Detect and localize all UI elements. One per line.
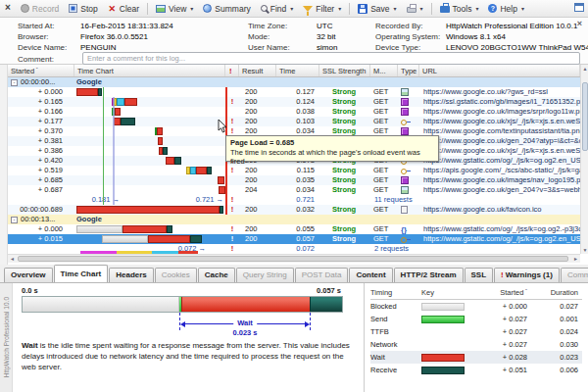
stop-button[interactable]: Stop xyxy=(64,3,103,15)
tab-warnings-1-[interactable]: !Warnings (1) xyxy=(494,268,560,282)
column-header--[interactable]: ! xyxy=(225,65,239,76)
timing-header-row: TimingKeyStarted ˆDuration xyxy=(370,286,582,300)
request-row[interactable]: + 0.165!2000.124StrongGEThttps://ssl.gst… xyxy=(8,97,580,107)
bar-segment-red xyxy=(219,186,225,194)
close-icon[interactable]: × xyxy=(4,2,16,15)
window-button[interactable] xyxy=(574,3,584,14)
field-value: 32 bit xyxy=(317,32,336,41)
tab-content[interactable]: Content xyxy=(349,268,392,282)
save-button[interactable]: Save▾ xyxy=(353,3,401,15)
timing-row-send[interactable]: Send+ 0.0270.001 xyxy=(370,313,582,325)
tab-label: Cache xyxy=(205,270,228,279)
summary-chart: 0.072 → xyxy=(74,244,225,254)
request-row[interactable]: + 0.1662000.038StrongGEThttps://www.goog… xyxy=(8,107,580,117)
comment-input[interactable] xyxy=(82,52,580,65)
vertical-scroll-thumb[interactable] xyxy=(582,82,588,151)
time-cell: 0.055 xyxy=(276,224,319,234)
timing-duration: 0.001 xyxy=(531,315,582,323)
column-header-time-chart[interactable]: Time Chart xyxy=(74,65,225,76)
type-cell xyxy=(398,166,419,175)
ssl-cell: Strong xyxy=(319,175,370,185)
scroll-up-icon[interactable]: ▲ xyxy=(581,66,588,72)
scroll-left-icon[interactable]: ◄ xyxy=(10,256,15,262)
dropdown-arrow-icon: ▾ xyxy=(190,5,193,12)
clear-button[interactable]: ✕Clear xyxy=(103,3,144,15)
page-summary-row[interactable]: 0.181 →0.721 →!0.72111 requests xyxy=(8,195,580,205)
timing-row-blocked[interactable]: Blocked+ 0.0000.027 xyxy=(370,300,582,313)
tab-post-data[interactable]: POST Data xyxy=(295,268,349,282)
tab-ssl[interactable]: SSL xyxy=(465,268,494,282)
tab-overview[interactable]: Overview xyxy=(4,268,53,282)
timing-header-key[interactable]: Key xyxy=(421,288,478,297)
record-icon xyxy=(21,4,29,13)
doc-icon xyxy=(401,206,408,214)
method-cell: GET xyxy=(370,166,398,175)
tab-cache[interactable]: Cache xyxy=(198,268,235,282)
find-button[interactable]: Find▾ xyxy=(256,3,299,15)
toolbar-label: Tools xyxy=(453,4,472,14)
filter-button[interactable]: Filter▾ xyxy=(298,3,346,15)
time-chart-cell xyxy=(74,87,225,97)
column-header-started[interactable]: Started ˆ xyxy=(8,65,74,76)
timing-row-receive[interactable]: Receive+ 0.0510.006 xyxy=(370,364,582,376)
tab-http-2-stream[interactable]: HTTP/2 Stream xyxy=(394,268,464,282)
scroll-down-icon[interactable]: ▼ xyxy=(581,247,588,253)
view-button[interactable]: View▾ xyxy=(151,3,198,15)
timing-row-network[interactable]: Network+ 0.0270.030 xyxy=(370,338,582,351)
group-name: Google xyxy=(74,77,225,87)
column-header-time[interactable]: Time xyxy=(276,65,319,76)
time-cell: 0.721 xyxy=(276,195,319,205)
record-button[interactable]: Record xyxy=(16,3,64,15)
toolbar-label: Filter xyxy=(316,4,334,14)
help-button[interactable]: ?Help▾ xyxy=(483,3,529,15)
group-row[interactable]: -00:00:13...Google xyxy=(8,215,580,224)
detail-panel: HttpWatch Professional 10.0 0.0 s 0.057 … xyxy=(0,283,588,392)
tab-query-string[interactable]: Query String xyxy=(236,268,294,282)
requests-cell: 2 requests xyxy=(370,244,580,254)
request-row[interactable]: + 0.6872040.034StrongGEThttps://www.goog… xyxy=(8,185,580,195)
group-row[interactable]: -00:00:00...Google xyxy=(8,77,580,87)
request-row[interactable]: + 0.519!2000.115StrongGEThttps://apis.go… xyxy=(8,166,580,175)
collapse-icon[interactable]: - xyxy=(11,79,18,86)
time-chart-cell xyxy=(74,224,225,234)
url-cell: https://www.gstatic.com/og/_/js/k=og.og2… xyxy=(419,234,580,244)
column-header-m-[interactable]: M... xyxy=(370,65,398,76)
column-header-type[interactable]: Type xyxy=(398,65,419,76)
page-summary-row[interactable]: 0.072 →!0.0722 requests xyxy=(8,244,580,254)
request-row-selected[interactable]: + 0.015!2000.057StrongGEThttps://www.gst… xyxy=(8,234,580,244)
vertical-scrollbar[interactable]: ▲ ▼ xyxy=(580,65,588,254)
request-row[interactable]: + 0.000!2000.055StrongGET{}https://www.g… xyxy=(8,224,580,234)
column-header-result[interactable]: Result xyxy=(239,65,276,76)
tab-headers[interactable]: Headers xyxy=(109,268,154,282)
horizontal-scroll-thumb[interactable] xyxy=(18,256,568,262)
cell-empty xyxy=(225,215,239,224)
timing-row-ttfb[interactable]: TTFB+ 0.0270.024 xyxy=(370,325,582,338)
time-cell: 0.127 xyxy=(276,87,319,97)
tab-label: Query String xyxy=(243,270,287,279)
url-cell: https://apis.google.com/_/scs/abc-static… xyxy=(419,166,580,175)
request-row[interactable]: + 0.177!2000.103StrongGEThttps://www.goo… xyxy=(8,117,580,126)
request-row[interactable]: + 0.6852000.035StrongGEThttps://www.goog… xyxy=(8,175,580,185)
column-header-url[interactable]: URL xyxy=(419,65,580,76)
timing-header-timing[interactable]: Timing xyxy=(370,288,421,297)
tab-label: Time Chart xyxy=(61,270,102,278)
collapse-icon[interactable]: - xyxy=(11,217,18,223)
timing-header-started[interactable]: Started ˆ xyxy=(478,288,531,297)
toolbar-buttons: RecordStop✕ClearView▾SummaryFind▾Filter▾… xyxy=(16,3,529,15)
timing-header-duration[interactable]: Duration xyxy=(531,288,582,297)
request-row[interactable]: + 0.0002000.127StrongGEThttps://www.goog… xyxy=(8,87,580,97)
field-label: Operating System: xyxy=(375,32,446,41)
print-button[interactable]: ▾ xyxy=(402,3,428,14)
app-version-text: HttpWatch Professional 10.0 xyxy=(3,297,10,377)
tools-button[interactable]: Tools▾ xyxy=(435,3,484,15)
tab-time-chart[interactable]: Time Chart xyxy=(54,265,109,282)
column-header-ssl-strength[interactable]: SSL Strength xyxy=(319,65,370,76)
tab-cookies[interactable]: Cookies xyxy=(155,268,197,282)
horizontal-scrollbar[interactable]: ◄ ► xyxy=(8,254,580,263)
scroll-right-icon[interactable]: ► xyxy=(573,256,578,262)
timing-row-wait[interactable]: Wait+ 0.0280.023 xyxy=(370,351,582,364)
tab-comment[interactable]: Comment xyxy=(561,268,588,282)
request-row[interactable]: 00:00:00.689!2000.032StrongGEThttps://ww… xyxy=(8,205,580,215)
session-field: Mode:32 bit xyxy=(248,31,337,42)
summary-button[interactable]: Summary xyxy=(198,3,255,15)
